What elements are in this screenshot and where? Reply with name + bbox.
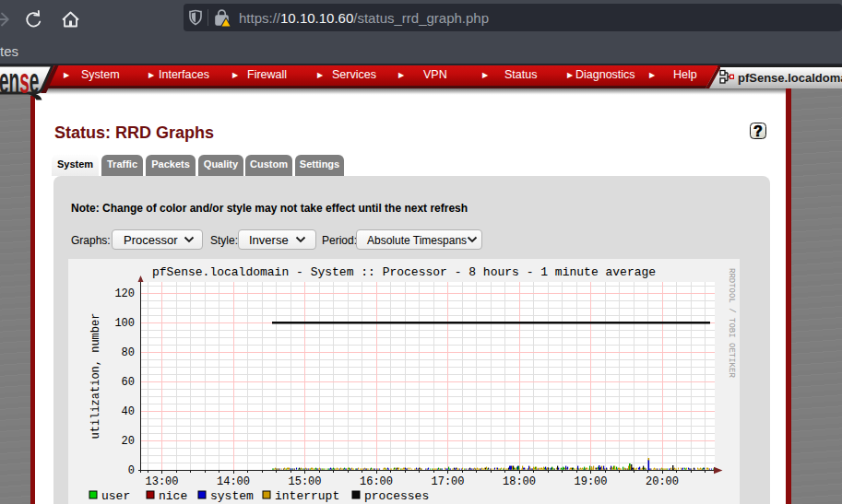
svg-text:pfSense.localdomain - System :: pfSense.localdomain - System :: Processo…: [152, 265, 656, 279]
svg-text:processes: processes: [364, 489, 429, 503]
svg-text:120: 120: [114, 287, 135, 300]
svg-text:utilization, number: utilization, number: [89, 313, 102, 440]
svg-text:80: 80: [122, 346, 135, 359]
svg-text:18:00: 18:00: [503, 475, 536, 488]
svg-text:0: 0: [128, 464, 135, 477]
svg-text:16:00: 16:00: [360, 475, 393, 488]
svg-text:20:00: 20:00: [646, 475, 679, 488]
svg-text:14:00: 14:00: [217, 475, 250, 488]
svg-text:15:00: 15:00: [288, 475, 321, 488]
svg-text:system: system: [210, 489, 254, 503]
svg-text:19:00: 19:00: [574, 475, 607, 488]
svg-text:interrupt: interrupt: [275, 489, 339, 503]
svg-text:60: 60: [122, 376, 135, 389]
svg-text:RRDTOOL / TOBI OETIKER: RRDTOOL / TOBI OETIKER: [727, 268, 736, 378]
svg-text:13:00: 13:00: [145, 475, 178, 488]
svg-text:17:00: 17:00: [431, 475, 464, 488]
svg-text:100: 100: [114, 317, 135, 330]
svg-text:ense: ense: [0, 65, 39, 100]
svg-text:20: 20: [122, 435, 135, 448]
svg-text:nice: nice: [159, 489, 187, 503]
svg-text:user: user: [101, 489, 130, 503]
svg-text:40: 40: [122, 405, 135, 418]
